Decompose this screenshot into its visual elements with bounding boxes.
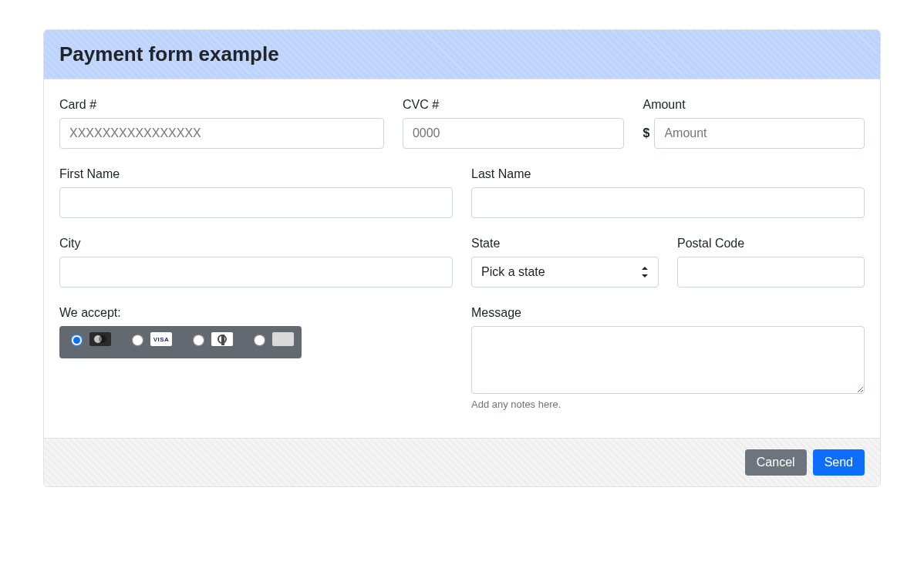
card-type-amex[interactable] [250, 332, 294, 346]
card-type-diners-radio[interactable] [193, 335, 204, 346]
amount-label: Amount [642, 98, 865, 112]
card-type-diners[interactable] [189, 332, 233, 346]
card-type-amex-radio[interactable] [254, 335, 265, 346]
message-help-text: Add any notes here. [471, 398, 865, 410]
message-label: Message [471, 306, 865, 320]
postal-code-label: Postal Code [677, 237, 865, 251]
cancel-button[interactable]: Cancel [745, 449, 807, 476]
card-type-visa[interactable]: VISA [128, 332, 172, 346]
state-select[interactable]: Pick a state [471, 257, 659, 288]
visa-icon: VISA [150, 332, 172, 346]
payment-form-card: Payment form example Card # CVC # Amount… [43, 29, 881, 487]
amex-icon [272, 332, 294, 346]
first-name-input[interactable] [59, 187, 453, 218]
diners-icon [211, 332, 233, 346]
first-name-label: First Name [59, 167, 453, 181]
cvc-label: CVC # [403, 98, 625, 112]
page-title: Payment form example [59, 42, 865, 66]
card-number-input[interactable] [59, 118, 384, 149]
card-type-visa-radio[interactable] [132, 335, 143, 346]
card-type-mastercard-radio[interactable] [71, 335, 83, 346]
state-label: State [471, 237, 659, 251]
card-header: Payment form example [44, 30, 880, 79]
card-type-group: VISA [59, 326, 302, 358]
card-body: Card # CVC # Amount $ First Name La [44, 79, 880, 438]
card-number-label: Card # [59, 98, 384, 112]
card-type-mastercard[interactable] [67, 332, 111, 346]
city-input[interactable] [59, 257, 453, 288]
cvc-input[interactable] [403, 118, 625, 149]
we-accept-label: We accept: [59, 306, 453, 320]
city-label: City [59, 237, 453, 251]
message-textarea[interactable] [471, 326, 865, 394]
card-footer: Cancel Send [44, 438, 880, 486]
last-name-input[interactable] [471, 187, 865, 218]
send-button[interactable]: Send [813, 449, 865, 476]
last-name-label: Last Name [471, 167, 865, 181]
currency-prefix: $ [642, 126, 649, 140]
amount-input[interactable] [654, 118, 865, 149]
mastercard-icon [89, 332, 111, 346]
postal-code-input[interactable] [677, 257, 865, 288]
